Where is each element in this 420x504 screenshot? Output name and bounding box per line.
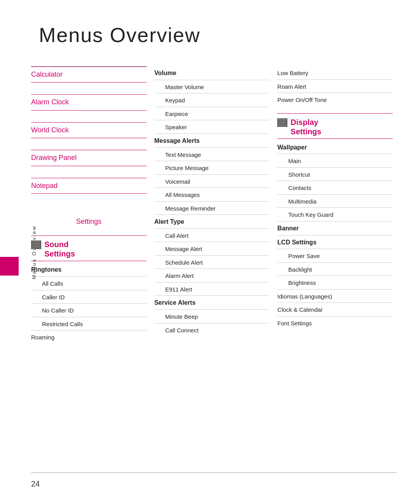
list-item: Alarm Alert	[154, 269, 270, 282]
list-item: Volume	[154, 66, 270, 80]
display-settings-label: DisplaySettings	[290, 118, 321, 136]
list-item: Restricted Calls	[31, 317, 147, 330]
display-settings-item: DisplaySettings	[277, 113, 393, 139]
list-item: Ringtones	[31, 263, 147, 276]
page-title: Menus Overview	[39, 23, 397, 47]
list-item: Earpiece	[154, 107, 270, 120]
list-item: Power On/Off Tone	[277, 93, 393, 106]
list-item: Multimedia	[277, 194, 393, 208]
side-label: Menus Overview	[31, 225, 37, 279]
list-item: Text Message	[154, 148, 270, 161]
list-item: Roaming	[31, 330, 147, 344]
page-container: Menus Overview Menus Overview Calculator…	[0, 0, 420, 504]
list-item: Touch Key Guard	[277, 207, 393, 221]
list-item: Call Alert	[154, 228, 270, 242]
list-item: Low Battery	[277, 66, 393, 79]
list-item: Alert Type	[154, 214, 270, 228]
list-item: All Messages	[154, 188, 270, 201]
list-item: Minute Beep	[154, 309, 270, 323]
list-item: Call Connect	[154, 323, 270, 337]
display-settings-icon	[277, 118, 287, 127]
list-item: Main	[277, 154, 393, 167]
list-item: Settings	[31, 217, 147, 228]
list-item: E911 Alert	[154, 282, 270, 296]
list-item: Message Alert	[154, 242, 270, 255]
list-item: No Caller ID	[31, 303, 147, 317]
list-item: Picture Message	[154, 161, 270, 174]
list-item: Backlight	[277, 262, 393, 276]
list-item: Voicemail	[154, 174, 270, 188]
list-item: Caller ID	[31, 290, 147, 304]
list-item: Message Reminder	[154, 201, 270, 215]
list-item: Speaker	[154, 120, 270, 133]
sound-settings-label: SoundSettings	[44, 240, 75, 258]
columns-wrapper: Calculator Alarm Clock World Clock Drawi…	[31, 66, 397, 344]
page-number: 24	[31, 479, 40, 488]
sound-settings-item: SoundSettings	[31, 235, 147, 261]
column-3: Low Battery Roam Alert Power On/Off Tone…	[273, 66, 397, 344]
list-item: Schedule Alert	[154, 255, 270, 269]
list-item: Clock & Calendar	[277, 302, 393, 316]
list-item: Idiomas (Languages)	[277, 289, 393, 303]
sound-settings-icon	[31, 241, 41, 249]
list-item: Service Alerts	[154, 295, 270, 309]
list-item: Roam Alert	[277, 79, 393, 93]
list-item: Master Volume	[154, 80, 270, 93]
column-2: Volume Master Volume Keypad Earpiece Spe…	[150, 66, 274, 344]
list-item: Message Alerts	[154, 133, 270, 148]
list-item: Power Save	[277, 249, 393, 262]
list-item: Wallpaper	[277, 140, 393, 154]
list-item: Font Settings	[277, 316, 393, 330]
list-item: Alarm Clock	[31, 94, 147, 110]
list-item: All Calls	[31, 276, 147, 290]
column-1: Calculator Alarm Clock World Clock Drawi…	[31, 66, 150, 344]
list-item: Calculator	[31, 67, 147, 83]
bottom-rule	[31, 472, 397, 473]
list-item: Brightness	[277, 276, 393, 289]
list-item: Notepad	[31, 178, 147, 194]
list-item: World Clock	[31, 122, 147, 138]
list-item: Shortcut	[277, 167, 393, 181]
accent-bar	[0, 257, 19, 276]
list-item: Drawing Panel	[31, 150, 147, 166]
list-item: Keypad	[154, 93, 270, 107]
list-item: Contacts	[277, 181, 393, 194]
list-item: Banner	[277, 221, 393, 235]
list-item: LCD Settings	[277, 235, 393, 249]
